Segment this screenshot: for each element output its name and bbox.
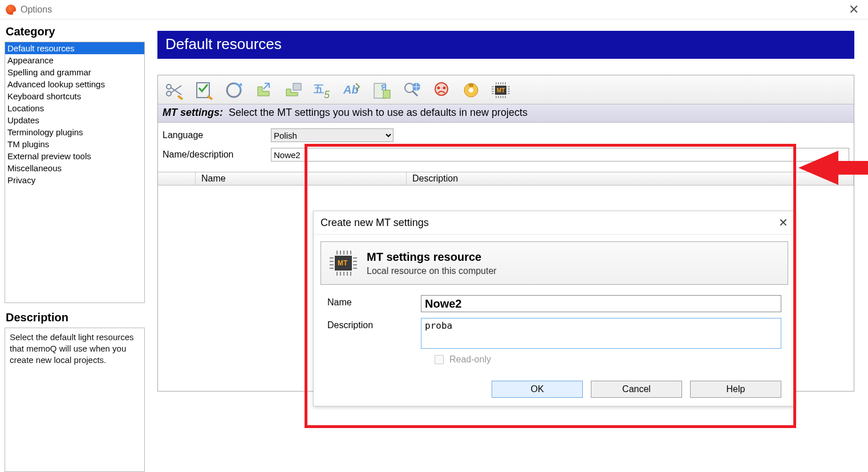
- category-item-tm-plugins[interactable]: TM plugins: [5, 138, 144, 150]
- dialog-titlebar: Create new MT settings ✕: [314, 211, 795, 235]
- dialog-info-subtitle: Local resource on this computer: [367, 266, 497, 276]
- ignore-lists-icon[interactable]: [428, 78, 455, 103]
- dialog-name-input[interactable]: [421, 295, 781, 312]
- filter-config-icon[interactable]: Я: [369, 78, 395, 103]
- sidebar: Category Default resources Appearance Sp…: [0, 19, 148, 472]
- ok-button[interactable]: OK: [492, 381, 583, 398]
- mt-settings-label: MT settings:: [163, 107, 223, 118]
- svg-point-18: [469, 88, 473, 92]
- auto-translation-rules-icon[interactable]: [280, 78, 306, 103]
- dialog-description-label: Description: [327, 318, 421, 330]
- dialog-title-text: Create new MT settings: [321, 217, 429, 229]
- svg-rect-4: [293, 83, 301, 90]
- grid-header-checkbox-col: [158, 172, 196, 185]
- mt-settings-text: Select the MT settings you wish to use a…: [229, 107, 528, 118]
- help-button[interactable]: Help: [690, 381, 781, 398]
- resource-toolbar: 五5 Ab Я MT: [158, 75, 854, 104]
- filter-area: Language Polish Name/description: [158, 123, 854, 172]
- svg-point-14: [437, 87, 440, 90]
- readonly-row: Read-only: [435, 354, 781, 365]
- dialog-info-title: MT settings resource: [367, 251, 497, 264]
- autocorrect-icon[interactable]: Ab: [339, 78, 366, 103]
- category-item-locations[interactable]: Locations: [5, 102, 144, 114]
- description-box: Select the default light resources that …: [5, 328, 145, 472]
- category-item-external-preview[interactable]: External preview tools: [5, 150, 144, 162]
- dialog-info-panel: MT MT settings resource Local resource o…: [321, 241, 788, 285]
- dialog-name-label: Name: [327, 295, 421, 308]
- segmentation-rules-icon[interactable]: [161, 78, 188, 103]
- grid-header-name[interactable]: Name: [196, 172, 407, 185]
- non-translatables-icon[interactable]: 五5: [310, 78, 336, 103]
- readonly-checkbox[interactable]: [435, 355, 444, 364]
- window-close-button[interactable]: ✕: [845, 2, 862, 17]
- category-item-advanced-lookup[interactable]: Advanced lookup settings: [5, 78, 144, 90]
- category-item-appearance[interactable]: Appearance: [5, 54, 144, 66]
- category-heading: Category: [6, 25, 145, 38]
- web-search-icon[interactable]: [399, 78, 425, 103]
- dialog-close-button[interactable]: ✕: [778, 216, 788, 229]
- svg-point-13: [435, 83, 448, 95]
- dialog-form: Name Description Read-only: [314, 292, 795, 365]
- tm-settings-icon[interactable]: [221, 78, 247, 103]
- export-path-rules-icon[interactable]: [250, 78, 277, 103]
- language-select[interactable]: Polish: [271, 128, 394, 142]
- svg-text:5: 5: [324, 89, 330, 100]
- dialog-buttons: OK Cancel Help: [314, 365, 795, 406]
- svg-rect-10: [383, 90, 390, 98]
- page-title: Default resources: [157, 31, 854, 59]
- svg-rect-17: [469, 83, 473, 87]
- category-item-miscellaneous[interactable]: Miscellaneous: [5, 162, 144, 174]
- main-panel: Default resources 五5 Ab Я MT MT settings…: [148, 19, 868, 472]
- cancel-button[interactable]: Cancel: [591, 381, 682, 398]
- category-item-spelling[interactable]: Spelling and grammar: [5, 66, 144, 78]
- svg-point-1: [167, 84, 171, 89]
- grid-header-description[interactable]: Description: [407, 172, 854, 185]
- category-item-updates[interactable]: Updates: [5, 114, 144, 126]
- window-titlebar: Options ✕: [0, 0, 868, 19]
- category-list[interactable]: Default resources Appearance Spelling an…: [5, 42, 145, 303]
- name-filter-label: Name/description: [163, 150, 271, 160]
- app-icon: [6, 5, 16, 15]
- category-item-keyboard-shortcuts[interactable]: Keyboard shortcuts: [5, 90, 144, 102]
- livedocs-icon[interactable]: [458, 78, 484, 103]
- category-item-default-resources[interactable]: Default resources: [5, 42, 144, 54]
- svg-text:MT: MT: [338, 259, 348, 267]
- svg-point-15: [443, 87, 446, 90]
- mt-settings-icon[interactable]: MT: [488, 78, 514, 103]
- mt-settings-bar: MT settings: Select the MT settings you …: [158, 104, 854, 123]
- svg-text:五: 五: [313, 83, 324, 95]
- svg-point-0: [167, 91, 171, 96]
- category-item-privacy[interactable]: Privacy: [5, 174, 144, 186]
- name-filter-input[interactable]: [271, 148, 849, 162]
- category-item-terminology-plugins[interactable]: Terminology plugins: [5, 126, 144, 138]
- language-label: Language: [163, 130, 271, 140]
- chip-icon: MT: [328, 248, 359, 279]
- description-heading: Description: [6, 311, 145, 324]
- readonly-label: Read-only: [449, 354, 491, 365]
- create-mt-settings-dialog: Create new MT settings ✕ MT MT settings …: [313, 211, 796, 406]
- grid-header: Name Description: [158, 172, 854, 185]
- svg-text:MT: MT: [497, 87, 505, 94]
- dialog-description-input[interactable]: [421, 318, 781, 349]
- window-title: Options: [21, 5, 52, 15]
- qa-settings-icon[interactable]: [191, 78, 217, 103]
